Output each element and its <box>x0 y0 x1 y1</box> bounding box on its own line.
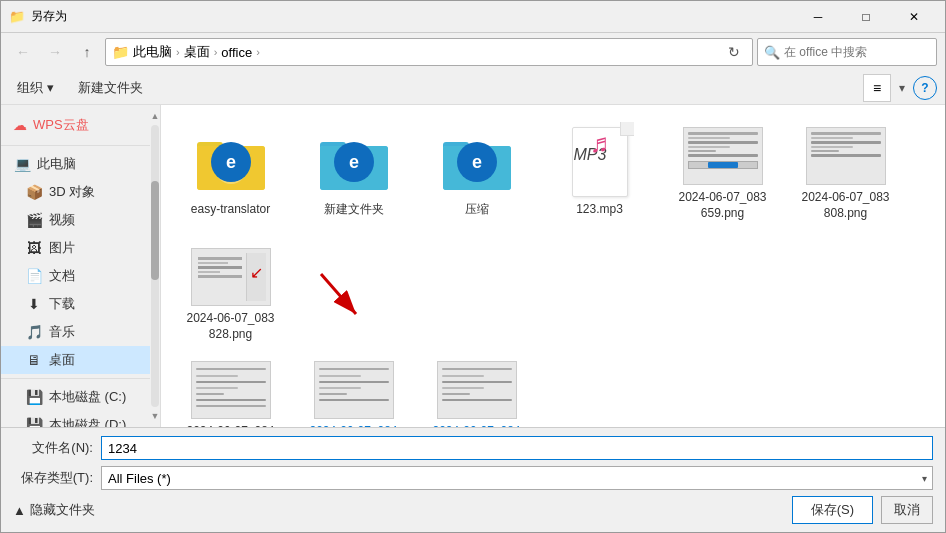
filetype-label: 保存类型(T): <box>13 469 93 487</box>
new-folder-button[interactable]: 新建文件夹 <box>70 75 151 101</box>
file-label-compress: 压缩 <box>465 202 489 218</box>
drive-d-label: 本地磁盘 (D:) <box>49 416 126 427</box>
wps-label: WPS云盘 <box>33 116 89 134</box>
close-button[interactable]: ✕ <box>891 1 937 33</box>
files-grid-2: 2024-06-07_084056.png <box>173 351 933 427</box>
music-label: 音乐 <box>49 323 75 341</box>
file-item-img-056[interactable]: 2024-06-07_084056.png <box>173 351 288 427</box>
folder-icon-easy: e <box>195 126 267 198</box>
scrollbar-up-button[interactable]: ▲ <box>150 109 160 123</box>
sidebar-item-drive-d[interactable]: 💾 本地磁盘 (D:) <box>1 411 150 427</box>
pictures-icon: 🖼 <box>25 240 43 256</box>
help-button[interactable]: ? <box>913 76 937 100</box>
breadcrumb-office[interactable]: office <box>221 45 252 60</box>
search-input[interactable] <box>784 45 934 59</box>
scrollbar-track-inner <box>151 125 159 407</box>
video-icon: 🎬 <box>25 212 43 228</box>
cancel-button[interactable]: 取消 <box>881 496 933 524</box>
filename-input[interactable] <box>101 436 933 460</box>
forward-button[interactable]: → <box>41 38 69 66</box>
music-icon: 🎵 <box>25 324 43 340</box>
folder-icon-new: e <box>318 126 390 198</box>
save-button[interactable]: 保存(S) <box>792 496 873 524</box>
drive-c-label: 本地磁盘 (C:) <box>49 388 126 406</box>
address-toolbar: ← → ↑ 📁 此电脑 › 桌面 › office › ↻ 🔍 <box>1 33 945 71</box>
img-659-icon <box>683 126 763 186</box>
breadcrumb-desktop[interactable]: 桌面 <box>184 43 210 61</box>
footer-buttons: 保存(S) 取消 <box>792 496 933 524</box>
search-icon: 🔍 <box>764 45 780 60</box>
up-button[interactable]: ↑ <box>73 38 101 66</box>
svg-text:e: e <box>348 152 358 172</box>
file-label-img-114: 2024-06-07_084114.png <box>309 424 397 427</box>
organize-button[interactable]: 组织 ▾ <box>9 75 62 101</box>
img-828-icon: ↙ <box>191 247 271 307</box>
sidebar-item-drive-c[interactable]: 💾 本地磁盘 (C:) <box>1 383 150 411</box>
filetype-row: 保存类型(T): All Files (*) ▾ <box>13 466 933 490</box>
back-button[interactable]: ← <box>9 38 37 66</box>
file-item-compress[interactable]: e 压缩 <box>419 117 534 230</box>
save-dialog: 📁 另存为 ─ □ ✕ ← → ↑ 📁 此电脑 › 桌面 › office › … <box>0 0 946 533</box>
sidebar-item-pictures[interactable]: 🖼 图片 <box>1 234 150 262</box>
file-item-img-828[interactable]: ↙ 2024-06-07_083828.png <box>173 238 288 351</box>
sidebar-item-video[interactable]: 🎬 视频 <box>1 206 150 234</box>
sidebar-inner: ☁ WPS云盘 💻 此电脑 📦 3D 对象 🎬 视频 <box>1 105 150 427</box>
folder-icon-small: 📁 <box>112 44 129 60</box>
title-bar: 📁 另存为 ─ □ ✕ <box>1 1 945 33</box>
file-label-img-808: 2024-06-07_083808.png <box>801 190 889 221</box>
file-area: e easy-translator <box>161 105 945 427</box>
mp3-file-icon: MP3 ♬ <box>564 126 636 198</box>
wps-icon: ☁ <box>13 117 27 133</box>
refresh-button[interactable]: ↻ <box>722 40 746 64</box>
filetype-select-wrapper: All Files (*) ▾ <box>101 466 933 490</box>
sidebar-separator-2 <box>1 378 150 379</box>
maximize-button[interactable]: □ <box>843 1 889 33</box>
sidebar-item-music[interactable]: 🎵 音乐 <box>1 318 150 346</box>
file-item-img-659[interactable]: 2024-06-07_083659.png <box>665 117 780 230</box>
file-item-new-folder[interactable]: e 新建文件夹 <box>296 117 411 230</box>
sidebar-item-wps[interactable]: ☁ WPS云盘 <box>1 109 150 141</box>
3d-label: 3D 对象 <box>49 183 95 201</box>
filetype-select[interactable]: All Files (*) <box>101 466 933 490</box>
sidebar-item-3d[interactable]: 📦 3D 对象 <box>1 178 150 206</box>
img-148-icon <box>437 360 517 420</box>
file-label-img-828: 2024-06-07_083828.png <box>186 311 274 342</box>
file-label-new-folder: 新建文件夹 <box>324 202 384 218</box>
file-label-img-056: 2024-06-07_084056.png <box>186 424 274 427</box>
pc-label: 此电脑 <box>37 155 76 173</box>
sidebar-separator-1 <box>1 145 150 146</box>
sidebar-item-desktop[interactable]: 🖥 桌面 <box>1 346 150 374</box>
search-box: 🔍 <box>757 38 937 66</box>
drive-d-icon: 💾 <box>25 417 43 427</box>
pc-icon: 💻 <box>13 156 31 172</box>
file-item-img-114[interactable]: 2024-06-07_084114.png <box>296 351 411 427</box>
file-item-easy-translator[interactable]: e easy-translator <box>173 117 288 230</box>
3d-icon: 📦 <box>25 184 43 200</box>
file-item-mp3[interactable]: MP3 ♬ 123.mp3 <box>542 117 657 230</box>
dialog-title: 另存为 <box>31 8 795 25</box>
action-bar: 组织 ▾ 新建文件夹 ≡ ▾ ? <box>1 71 945 105</box>
svg-text:e: e <box>471 152 481 172</box>
view-dropdown-arrow: ▾ <box>899 81 905 95</box>
desktop-label: 桌面 <box>49 351 75 369</box>
bottom-section: 文件名(N): 保存类型(T): All Files (*) ▾ ▲ 隐藏文件夹… <box>1 427 945 532</box>
sidebar-item-downloads[interactable]: ⬇ 下载 <box>1 290 150 318</box>
file-label-img-148: 2024-06-07_084148.png <box>432 424 520 427</box>
scrollbar-down-button[interactable]: ▼ <box>150 409 160 423</box>
pictures-label: 图片 <box>49 239 75 257</box>
file-item-img-808[interactable]: 2024-06-07_083808.png <box>788 117 903 230</box>
footer-row: ▲ 隐藏文件夹 保存(S) 取消 <box>13 496 933 524</box>
sidebar-item-documents[interactable]: 📄 文档 <box>1 262 150 290</box>
hide-files-button[interactable]: ▲ 隐藏文件夹 <box>13 501 95 519</box>
breadcrumb-pc[interactable]: 此电脑 <box>133 43 172 61</box>
img-808-icon <box>806 126 886 186</box>
scrollbar-thumb[interactable] <box>151 181 159 280</box>
view-button[interactable]: ≡ <box>863 74 891 102</box>
window-controls: ─ □ ✕ <box>795 1 937 33</box>
sidebar-item-pc[interactable]: 💻 此电脑 <box>1 150 150 178</box>
minimize-button[interactable]: ─ <box>795 1 841 33</box>
sidebar-scrollbar: ▲ ▼ <box>150 105 160 427</box>
file-item-img-148[interactable]: 2024-06-07_084148.png <box>419 351 534 427</box>
img-114-icon <box>314 360 394 420</box>
file-label-easy-translator: easy-translator <box>191 202 270 218</box>
